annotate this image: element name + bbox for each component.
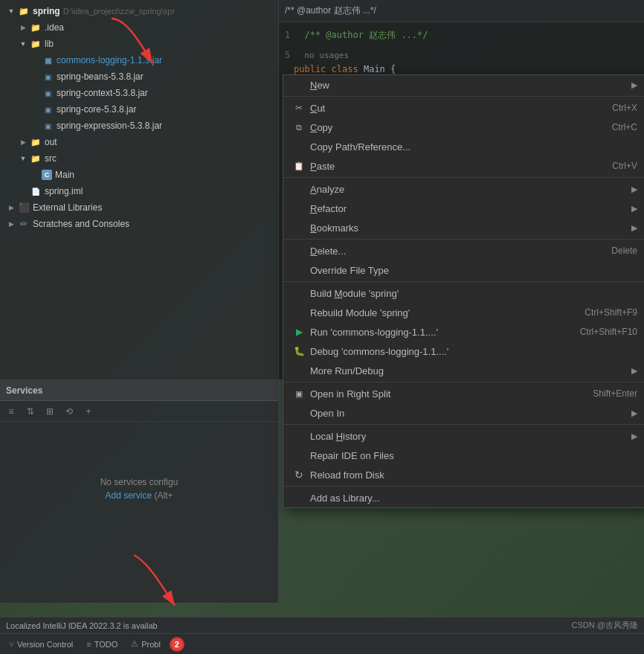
services-title: Services bbox=[6, 385, 42, 396]
tab-problems[interactable]: ⚠ Probl bbox=[125, 636, 167, 653]
menu-item-add-library[interactable]: Add as Library... bbox=[283, 488, 644, 507]
todo-icon: ≡ bbox=[86, 640, 91, 649]
menu-sep-7 bbox=[283, 486, 644, 487]
tree-item-external[interactable]: ▶ ⬛ External Libraries bbox=[0, 199, 278, 216]
no-services-text: No services configu bbox=[100, 477, 178, 487]
jar-icon-expression: ▣ bbox=[42, 120, 54, 132]
line-num-1: 1 bbox=[285, 30, 290, 40]
services-content: No services configu Add service (Alt+ bbox=[0, 422, 278, 556]
menu-label-delete: Delete... bbox=[310, 246, 611, 257]
tree-item-idea[interactable]: ▶ 📁 .idea bbox=[0, 19, 278, 36]
tree-item-spring-expression[interactable]: ▶ ▣ spring-expression-5.3.8.jar bbox=[0, 118, 278, 134]
run-icon: ▶ bbox=[292, 327, 306, 337]
menu-item-repair-ide[interactable]: Repair IDE on Files bbox=[283, 446, 644, 465]
services-header: Services bbox=[0, 380, 278, 401]
tree-item-spring-context[interactable]: ▶ ▣ spring-context-5.3.8.jar bbox=[0, 85, 278, 101]
scratches-icon: ✏ bbox=[18, 218, 30, 230]
toolbar-btn-2[interactable]: ⇅ bbox=[22, 403, 39, 420]
menu-item-rebuild-module[interactable]: Rebuild Module 'spring' Ctrl+Shift+F9 bbox=[283, 303, 644, 322]
iml-icon: 📄 bbox=[30, 185, 42, 197]
tree-expand-spring: ▼ bbox=[6, 6, 16, 16]
tree-label-scratches: Scratches and Consoles bbox=[33, 219, 129, 229]
menu-item-analyze[interactable]: Analyze ▶ bbox=[283, 179, 644, 199]
tree-item-spring[interactable]: ▼ 📁 spring D:\idea_project\zzw_spring\sp… bbox=[0, 3, 278, 19]
tree-item-spring-core[interactable]: ▶ ▣ spring-core-5.3.8.jar bbox=[0, 101, 278, 118]
tree-item-scratches[interactable]: ▶ ✏ Scratches and Consoles bbox=[0, 216, 278, 232]
menu-item-run[interactable]: ▶ Run 'commons-logging-1.1....' Ctrl+Shi… bbox=[283, 322, 644, 342]
add-service-shortcut: (Alt+ bbox=[155, 490, 173, 501]
tab-problems-label: Probl bbox=[141, 640, 161, 649]
jar-icon-commons: ▣ bbox=[42, 54, 54, 66]
editor-tab[interactable]: /** @author 赵志伟 ...*/ bbox=[279, 0, 644, 22]
menu-arrow-refactor: ▶ bbox=[631, 204, 637, 214]
tree-item-spring-iml[interactable]: ▶ 📄 spring.iml bbox=[0, 183, 278, 199]
menu-sep-2 bbox=[283, 177, 644, 178]
version-control-icon: ⑂ bbox=[9, 640, 14, 649]
tree-label-src: src bbox=[45, 153, 57, 164]
menu-item-copy[interactable]: ⧉ Copy Ctrl+C bbox=[283, 118, 644, 137]
context-menu: New ▶ ✂ Cut Ctrl+X ⧉ Copy Ctrl+C Copy Pa… bbox=[283, 74, 644, 508]
project-tree: ▼ 📁 spring D:\idea_project\zzw_spring\sp… bbox=[0, 0, 278, 235]
tree-label-expression: spring-expression-5.3.8.jar bbox=[57, 121, 162, 131]
menu-label-rebuild: Rebuild Module 'spring' bbox=[310, 307, 585, 318]
tree-item-main[interactable]: ▶ C Main bbox=[0, 167, 278, 183]
menu-item-bookmarks[interactable]: Bookmarks ▶ bbox=[283, 218, 644, 237]
menu-label-run: Run 'commons-logging-1.1....' bbox=[310, 327, 580, 338]
menu-item-refactor[interactable]: Refactor ▶ bbox=[283, 199, 644, 218]
tree-label-main: Main bbox=[55, 170, 74, 180]
tree-label-out: out bbox=[45, 137, 57, 147]
code-main: Main { bbox=[364, 64, 396, 74]
tree-item-lib[interactable]: ▼ 📁 lib bbox=[0, 36, 278, 52]
line-no-usages: no usages bbox=[304, 51, 349, 60]
menu-item-delete[interactable]: Delete... Delete bbox=[283, 241, 644, 260]
tree-expand-lib: ▼ bbox=[18, 39, 28, 49]
menu-label-new: New bbox=[310, 80, 625, 91]
menu-label-debug: Debug 'commons-logging-1.1....' bbox=[310, 346, 637, 357]
menu-shortcut-rebuild: Ctrl+Shift+F9 bbox=[585, 307, 637, 318]
menu-item-more-run[interactable]: More Run/Debug ▶ bbox=[283, 361, 644, 380]
menu-item-reload-disk[interactable]: ↻ Reload from Disk bbox=[283, 465, 644, 484]
reload-icon: ↻ bbox=[292, 469, 306, 481]
toolbar-btn-add[interactable]: + bbox=[80, 403, 97, 420]
tree-expand-idea: ▶ bbox=[18, 22, 28, 33]
tree-item-spring-beans[interactable]: ▶ ▣ spring-beans-5.3.8.jar bbox=[0, 68, 278, 85]
menu-icon-copy: ⧉ bbox=[292, 123, 306, 132]
menu-item-debug[interactable]: 🐛 Debug 'commons-logging-1.1....' bbox=[283, 342, 644, 361]
folder-icon-spring: 📁 bbox=[18, 5, 30, 17]
toolbar-btn-1[interactable]: ≡ bbox=[3, 403, 19, 420]
tab-todo[interactable]: ≡ TODO bbox=[80, 636, 123, 653]
folder-icon-idea: 📁 bbox=[30, 22, 42, 33]
menu-item-override-filetype[interactable]: Override File Type bbox=[283, 260, 644, 280]
tab-version-control[interactable]: ⑂ Version Control bbox=[3, 636, 79, 653]
toolbar-btn-4[interactable]: ⟲ bbox=[61, 403, 77, 420]
menu-sep-1 bbox=[283, 96, 644, 97]
editor-tab-label: /** @author 赵志伟 ...*/ bbox=[285, 4, 376, 17]
status-text: Localized IntelliJ IDEA 2022.3.2 is avai… bbox=[6, 621, 158, 630]
menu-label-refactor: Refactor bbox=[310, 203, 625, 214]
menu-item-open-in[interactable]: Open In ▶ bbox=[283, 403, 644, 423]
add-service-link[interactable]: Add service bbox=[105, 490, 152, 501]
menu-label-add-library: Add as Library... bbox=[310, 493, 637, 504]
tree-item-commons-logging[interactable]: ▶ ▣ commons-logging-1.1.3.jar bbox=[0, 52, 278, 68]
tree-label-context: spring-context-5.3.8.jar bbox=[57, 88, 148, 98]
toolbar-btn-3[interactable]: ⊞ bbox=[42, 403, 58, 420]
menu-label-reload: Reload from Disk bbox=[310, 469, 637, 481]
menu-item-new[interactable]: New ▶ bbox=[283, 75, 644, 94]
ide-background: ▼ 📁 spring D:\idea_project\zzw_spring\sp… bbox=[0, 0, 644, 654]
menu-label-analyze: Analyze bbox=[310, 184, 625, 195]
menu-label-local-history: Local History bbox=[310, 431, 625, 442]
open-right-split-icon: ▣ bbox=[292, 389, 306, 399]
menu-item-open-right-split[interactable]: ▣ Open in Right Split Shift+Enter bbox=[283, 384, 644, 403]
menu-item-build-module[interactable]: Build Module 'spring' bbox=[283, 283, 644, 303]
tab-version-control-label: Version Control bbox=[17, 640, 73, 649]
menu-item-paste[interactable]: 📋 Paste Ctrl+V bbox=[283, 156, 644, 176]
tree-item-out[interactable]: ▶ 📁 out bbox=[0, 134, 278, 150]
menu-sep-5 bbox=[283, 382, 644, 382]
tree-item-src[interactable]: ▼ 📁 src bbox=[0, 150, 278, 167]
menu-item-cut[interactable]: ✂ Cut Ctrl+X bbox=[283, 98, 644, 118]
menu-item-local-history[interactable]: Local History ▶ bbox=[283, 426, 644, 446]
debug-icon: 🐛 bbox=[292, 346, 306, 356]
menu-label-open-in: Open In bbox=[310, 408, 625, 419]
tree-expand-out: ▶ bbox=[18, 137, 28, 147]
menu-item-copy-path[interactable]: Copy Path/Reference... bbox=[283, 137, 644, 156]
